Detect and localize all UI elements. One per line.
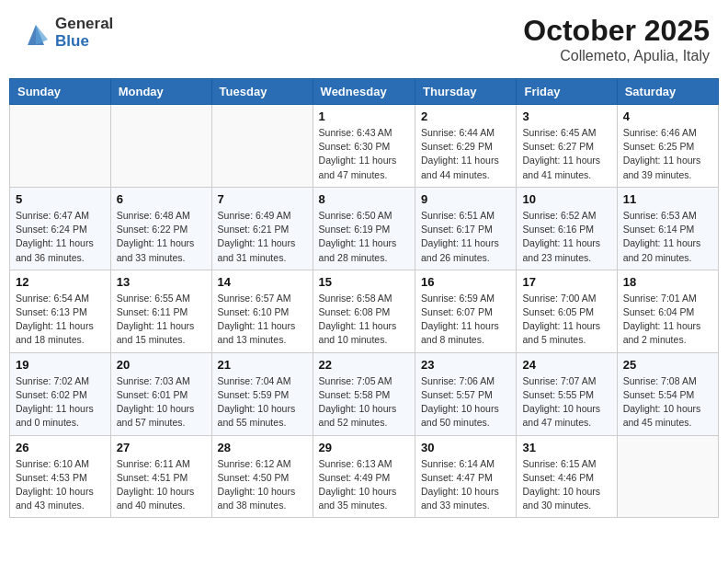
day-info: Sunrise: 6:58 AM Sunset: 6:08 PM Dayligh…: [319, 292, 409, 348]
day-info: Sunrise: 6:47 AM Sunset: 6:24 PM Dayligh…: [16, 209, 105, 265]
calendar-cell: 31Sunrise: 6:15 AM Sunset: 4:46 PM Dayli…: [517, 435, 617, 518]
calendar-cell: 4Sunrise: 6:46 AM Sunset: 6:25 PM Daylig…: [617, 105, 718, 188]
calendar-cell: 20Sunrise: 7:03 AM Sunset: 6:01 PM Dayli…: [110, 352, 211, 435]
day-number: 20: [117, 358, 206, 372]
calendar-cell: 28Sunrise: 6:12 AM Sunset: 4:50 PM Dayli…: [211, 435, 313, 518]
day-number: 12: [16, 275, 105, 289]
day-number: 17: [522, 275, 610, 289]
month-title: October 2025: [523, 14, 710, 48]
calendar-cell: 25Sunrise: 7:08 AM Sunset: 5:54 PM Dayli…: [617, 352, 718, 435]
day-info: Sunrise: 6:43 AM Sunset: 6:30 PM Dayligh…: [319, 126, 409, 182]
day-info: Sunrise: 6:48 AM Sunset: 6:22 PM Dayligh…: [117, 209, 206, 265]
weekday-header-monday: Monday: [110, 79, 211, 105]
day-info: Sunrise: 7:07 AM Sunset: 5:55 PM Dayligh…: [522, 374, 610, 431]
calendar-table: SundayMondayTuesdayWednesdayThursdayFrid…: [9, 78, 719, 518]
calendar-cell: 13Sunrise: 6:55 AM Sunset: 6:11 PM Dayli…: [110, 270, 211, 352]
day-number: 7: [218, 192, 307, 206]
calendar-cell: 1Sunrise: 6:43 AM Sunset: 6:30 PM Daylig…: [313, 105, 415, 188]
day-info: Sunrise: 6:51 AM Sunset: 6:17 PM Dayligh…: [421, 209, 510, 265]
day-number: 9: [421, 192, 510, 206]
weekday-header-tuesday: Tuesday: [211, 79, 313, 105]
day-number: 19: [16, 358, 105, 372]
calendar-week-5: 26Sunrise: 6:10 AM Sunset: 4:53 PM Dayli…: [10, 435, 719, 518]
logo: General Blue: [18, 14, 113, 52]
logo-blue: Blue: [55, 33, 113, 51]
day-number: 2: [421, 109, 510, 123]
weekday-header-saturday: Saturday: [617, 79, 718, 105]
logo-icon: [18, 17, 53, 52]
calendar-cell: 18Sunrise: 7:01 AM Sunset: 6:04 PM Dayli…: [617, 270, 718, 352]
calendar-cell: 16Sunrise: 6:59 AM Sunset: 6:07 PM Dayli…: [415, 270, 517, 352]
calendar-cell: 15Sunrise: 6:58 AM Sunset: 6:08 PM Dayli…: [313, 270, 415, 352]
calendar-cell: 21Sunrise: 7:04 AM Sunset: 5:59 PM Dayli…: [211, 352, 313, 435]
day-number: 18: [623, 275, 712, 289]
calendar-cell: 26Sunrise: 6:10 AM Sunset: 4:53 PM Dayli…: [10, 435, 111, 518]
page-header: General Blue October 2025 Collemeto, Apu…: [9, 9, 719, 69]
day-info: Sunrise: 6:52 AM Sunset: 6:16 PM Dayligh…: [522, 209, 610, 265]
logo-name: General Blue: [55, 16, 113, 50]
day-number: 29: [319, 441, 409, 454]
calendar-header-row: SundayMondayTuesdayWednesdayThursdayFrid…: [10, 79, 719, 105]
day-number: 3: [522, 109, 610, 123]
day-info: Sunrise: 6:46 AM Sunset: 6:25 PM Dayligh…: [623, 126, 712, 182]
day-number: 22: [319, 358, 409, 372]
day-info: Sunrise: 6:11 AM Sunset: 4:51 PM Dayligh…: [117, 457, 206, 513]
day-number: 1: [319, 109, 409, 123]
calendar-cell: 3Sunrise: 6:45 AM Sunset: 6:27 PM Daylig…: [517, 105, 617, 188]
day-info: Sunrise: 7:05 AM Sunset: 5:58 PM Dayligh…: [319, 374, 409, 431]
day-info: Sunrise: 6:57 AM Sunset: 6:10 PM Dayligh…: [218, 292, 307, 348]
weekday-header-wednesday: Wednesday: [313, 79, 415, 105]
day-info: Sunrise: 6:13 AM Sunset: 4:49 PM Dayligh…: [319, 457, 409, 513]
day-number: 26: [16, 441, 105, 454]
day-info: Sunrise: 6:54 AM Sunset: 6:13 PM Dayligh…: [16, 292, 105, 348]
day-number: 24: [522, 358, 610, 372]
day-number: 31: [522, 441, 610, 454]
location-subtitle: Collemeto, Apulia, Italy: [523, 48, 710, 64]
title-section: October 2025 Collemeto, Apulia, Italy: [523, 14, 710, 64]
day-number: 23: [421, 358, 510, 372]
day-info: Sunrise: 6:55 AM Sunset: 6:11 PM Dayligh…: [117, 292, 206, 348]
calendar-cell: 5Sunrise: 6:47 AM Sunset: 6:24 PM Daylig…: [10, 187, 111, 270]
day-info: Sunrise: 7:06 AM Sunset: 5:57 PM Dayligh…: [421, 374, 510, 431]
day-number: 6: [117, 192, 206, 206]
day-number: 21: [218, 358, 307, 372]
day-info: Sunrise: 7:03 AM Sunset: 6:01 PM Dayligh…: [117, 374, 206, 431]
weekday-header-friday: Friday: [517, 79, 617, 105]
day-info: Sunrise: 6:50 AM Sunset: 6:19 PM Dayligh…: [319, 209, 409, 265]
calendar-cell: 12Sunrise: 6:54 AM Sunset: 6:13 PM Dayli…: [10, 270, 111, 352]
day-info: Sunrise: 6:12 AM Sunset: 4:50 PM Dayligh…: [218, 457, 307, 513]
svg-marker-1: [36, 25, 48, 45]
calendar-cell: [10, 105, 111, 188]
calendar-week-2: 5Sunrise: 6:47 AM Sunset: 6:24 PM Daylig…: [10, 187, 719, 270]
calendar-cell: 27Sunrise: 6:11 AM Sunset: 4:51 PM Dayli…: [110, 435, 211, 518]
calendar-cell: 2Sunrise: 6:44 AM Sunset: 6:29 PM Daylig…: [415, 105, 517, 188]
day-number: 10: [522, 192, 610, 206]
calendar-cell: 17Sunrise: 7:00 AM Sunset: 6:05 PM Dayli…: [517, 270, 617, 352]
day-number: 4: [623, 109, 712, 123]
day-info: Sunrise: 6:15 AM Sunset: 4:46 PM Dayligh…: [522, 457, 610, 513]
day-number: 14: [218, 275, 307, 289]
day-info: Sunrise: 6:14 AM Sunset: 4:47 PM Dayligh…: [421, 457, 510, 513]
calendar-cell: 7Sunrise: 6:49 AM Sunset: 6:21 PM Daylig…: [211, 187, 313, 270]
day-number: 30: [421, 441, 510, 454]
calendar-cell: [110, 105, 211, 188]
day-info: Sunrise: 6:10 AM Sunset: 4:53 PM Dayligh…: [16, 457, 105, 513]
day-info: Sunrise: 7:00 AM Sunset: 6:05 PM Dayligh…: [522, 292, 610, 348]
calendar-cell: 6Sunrise: 6:48 AM Sunset: 6:22 PM Daylig…: [110, 187, 211, 270]
calendar-cell: 29Sunrise: 6:13 AM Sunset: 4:49 PM Dayli…: [313, 435, 415, 518]
day-number: 8: [319, 192, 409, 206]
day-number: 13: [117, 275, 206, 289]
calendar-cell: 10Sunrise: 6:52 AM Sunset: 6:16 PM Dayli…: [517, 187, 617, 270]
day-number: 16: [421, 275, 510, 289]
calendar-week-3: 12Sunrise: 6:54 AM Sunset: 6:13 PM Dayli…: [10, 270, 719, 352]
day-number: 15: [319, 275, 409, 289]
calendar-cell: 8Sunrise: 6:50 AM Sunset: 6:19 PM Daylig…: [313, 187, 415, 270]
day-info: Sunrise: 6:49 AM Sunset: 6:21 PM Dayligh…: [218, 209, 307, 265]
calendar-cell: 30Sunrise: 6:14 AM Sunset: 4:47 PM Dayli…: [415, 435, 517, 518]
calendar-cell: 22Sunrise: 7:05 AM Sunset: 5:58 PM Dayli…: [313, 352, 415, 435]
day-info: Sunrise: 6:59 AM Sunset: 6:07 PM Dayligh…: [421, 292, 510, 348]
day-number: 28: [218, 441, 307, 454]
calendar-week-4: 19Sunrise: 7:02 AM Sunset: 6:02 PM Dayli…: [10, 352, 719, 435]
calendar-cell: 14Sunrise: 6:57 AM Sunset: 6:10 PM Dayli…: [211, 270, 313, 352]
calendar-cell: 9Sunrise: 6:51 AM Sunset: 6:17 PM Daylig…: [415, 187, 517, 270]
